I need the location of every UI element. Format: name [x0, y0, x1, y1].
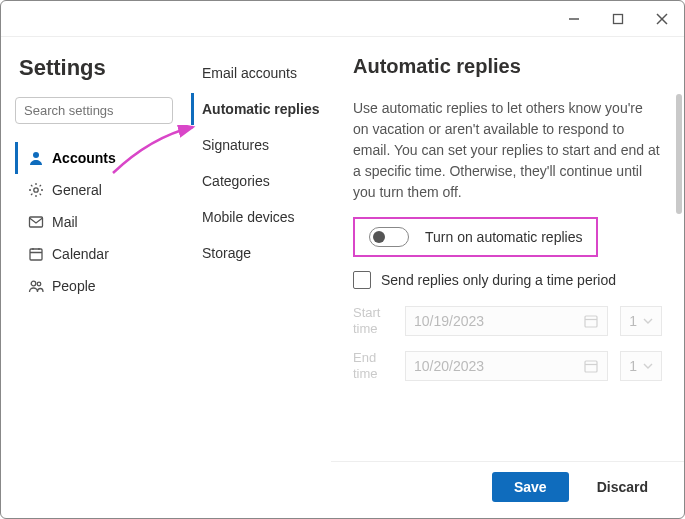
- svg-rect-17: [585, 361, 597, 372]
- nav-item-calendar[interactable]: Calendar: [15, 238, 173, 270]
- start-hour-value: 1: [629, 313, 637, 329]
- nav-item-label: Accounts: [52, 150, 116, 166]
- content-area: Settings Accounts General Mail: [1, 37, 684, 518]
- save-button[interactable]: Save: [492, 472, 569, 502]
- end-hour-value: 1: [629, 358, 637, 374]
- nav-item-people[interactable]: People: [15, 270, 173, 302]
- panel-description: Use automatic replies to let others know…: [353, 98, 662, 203]
- search-field[interactable]: [22, 102, 194, 119]
- start-date-field[interactable]: 10/19/2023: [405, 306, 608, 336]
- main-panel: Automatic replies Use automatic replies …: [331, 37, 684, 518]
- svg-rect-1: [614, 14, 623, 23]
- page-title: Settings: [19, 55, 173, 81]
- primary-nav: Accounts General Mail Calendar People: [15, 142, 173, 302]
- subnav-label: Email accounts: [202, 65, 297, 81]
- nav-item-general[interactable]: General: [15, 174, 173, 206]
- settings-window: Settings Accounts General Mail: [0, 0, 685, 519]
- discard-button[interactable]: Discard: [581, 472, 664, 502]
- nav-item-label: General: [52, 182, 102, 198]
- close-button[interactable]: [640, 1, 684, 37]
- titlebar: [1, 1, 684, 37]
- end-date-field[interactable]: 10/20/2023: [405, 351, 608, 381]
- end-date-value: 10/20/2023: [414, 358, 484, 374]
- svg-point-7: [34, 188, 38, 192]
- person-icon: [28, 150, 44, 166]
- svg-point-14: [37, 282, 41, 286]
- svg-point-13: [31, 281, 36, 286]
- svg-point-6: [33, 152, 39, 158]
- svg-rect-8: [30, 217, 43, 227]
- chevron-down-icon: [643, 316, 653, 326]
- nav-item-mail[interactable]: Mail: [15, 206, 173, 238]
- subnav-categories[interactable]: Categories: [191, 165, 327, 197]
- people-icon: [28, 278, 44, 294]
- primary-sidebar: Settings Accounts General Mail: [1, 37, 181, 518]
- time-period-checkbox[interactable]: [353, 271, 371, 289]
- toggle-row-highlight: Turn on automatic replies: [353, 217, 598, 257]
- minimize-button[interactable]: [552, 1, 596, 37]
- mail-icon: [28, 214, 44, 230]
- start-date-value: 10/19/2023: [414, 313, 484, 329]
- toggle-knob-icon: [373, 231, 385, 243]
- subnav-label: Storage: [202, 245, 251, 261]
- calendar-icon: [583, 313, 599, 329]
- nav-item-accounts[interactable]: Accounts: [15, 142, 173, 174]
- panel-header: Automatic replies: [331, 37, 684, 84]
- end-hour-field[interactable]: 1: [620, 351, 662, 381]
- svg-rect-9: [30, 249, 42, 260]
- subnav-storage[interactable]: Storage: [191, 237, 327, 269]
- gear-icon: [28, 182, 44, 198]
- nav-item-label: Calendar: [52, 246, 109, 262]
- chevron-down-icon: [643, 361, 653, 371]
- calendar-icon: [28, 246, 44, 262]
- subnav-signatures[interactable]: Signatures: [191, 129, 327, 161]
- minimize-icon: [568, 13, 580, 25]
- svg-rect-15: [585, 316, 597, 327]
- subnav-label: Signatures: [202, 137, 269, 153]
- end-time-label: End time: [353, 350, 393, 381]
- nav-item-label: Mail: [52, 214, 78, 230]
- search-input[interactable]: [15, 97, 173, 124]
- panel-footer: Save Discard: [331, 461, 684, 518]
- panel-body: Use automatic replies to let others know…: [331, 84, 684, 461]
- subnav-label: Automatic replies: [202, 101, 319, 117]
- start-time-label: Start time: [353, 305, 393, 336]
- maximize-button[interactable]: [596, 1, 640, 37]
- secondary-sidebar: Email accounts Automatic replies Signatu…: [181, 37, 331, 518]
- close-icon: [656, 13, 668, 25]
- time-period-checkbox-row: Send replies only during a time period: [353, 271, 662, 289]
- toggle-label: Turn on automatic replies: [425, 229, 582, 245]
- subnav-automatic-replies[interactable]: Automatic replies: [191, 93, 327, 125]
- end-time-row: End time 10/20/2023 1: [353, 350, 662, 381]
- start-time-row: Start time 10/19/2023 1: [353, 305, 662, 336]
- subnav-email-accounts[interactable]: Email accounts: [191, 57, 327, 89]
- subnav-label: Categories: [202, 173, 270, 189]
- subnav-mobile-devices[interactable]: Mobile devices: [191, 201, 327, 233]
- panel-heading: Automatic replies: [353, 55, 662, 78]
- nav-item-label: People: [52, 278, 96, 294]
- start-hour-field[interactable]: 1: [620, 306, 662, 336]
- auto-replies-toggle[interactable]: [369, 227, 409, 247]
- subnav-label: Mobile devices: [202, 209, 295, 225]
- calendar-icon: [583, 358, 599, 374]
- checkbox-label: Send replies only during a time period: [381, 272, 616, 288]
- maximize-icon: [612, 13, 624, 25]
- scrollbar[interactable]: [676, 94, 682, 214]
